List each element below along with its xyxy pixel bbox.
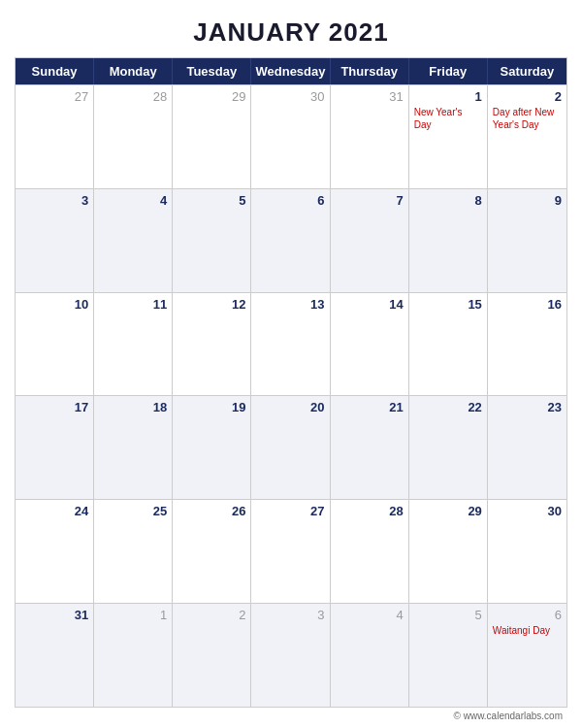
day-cell: 19 <box>173 396 251 499</box>
day-cell: 5 <box>173 189 251 292</box>
day-number: 25 <box>99 504 167 518</box>
day-cell: 27 <box>251 500 330 603</box>
day-cell: 17 <box>16 396 94 499</box>
day-number: 16 <box>493 297 562 312</box>
header-cell-sunday: Sunday <box>16 58 94 84</box>
day-cell: 23 <box>488 396 566 499</box>
day-cell: 8 <box>409 189 488 292</box>
calendar-grid: SundayMondayTuesdayWednesdayThursdayFrid… <box>15 57 567 708</box>
day-number: 7 <box>336 193 404 208</box>
day-number: 14 <box>336 297 404 312</box>
day-cell: 29 <box>409 500 488 603</box>
day-number: 21 <box>336 400 404 414</box>
week-row-2: 3456789 <box>16 188 566 292</box>
day-cell: 27 <box>16 85 94 188</box>
day-number: 5 <box>178 193 245 208</box>
day-cell: 9 <box>488 189 566 292</box>
day-number: 26 <box>178 504 245 518</box>
header-cell-tuesday: Tuesday <box>173 58 251 84</box>
day-number: 27 <box>20 89 88 104</box>
day-number: 4 <box>99 193 167 208</box>
day-number: 3 <box>20 193 88 208</box>
day-number: 20 <box>256 400 324 414</box>
day-cell: 2 <box>173 604 251 707</box>
day-number: 5 <box>414 608 482 622</box>
day-cell: 31 <box>331 85 409 188</box>
day-number: 29 <box>414 504 482 518</box>
day-cell: 28 <box>94 85 173 188</box>
week-row-1: 27282930311New Year's Day2Day after New … <box>16 84 566 188</box>
day-cell: 25 <box>94 500 173 603</box>
day-cell: 3 <box>251 604 330 707</box>
day-number: 11 <box>99 297 167 312</box>
day-number: 12 <box>178 297 245 312</box>
day-cell: 30 <box>488 500 566 603</box>
day-cell: 1 <box>94 604 173 707</box>
day-number: 29 <box>178 89 245 104</box>
calendar-title: JANUARY 2021 <box>15 10 567 57</box>
event-text: Day after New Year's Day <box>493 106 562 131</box>
day-number: 10 <box>20 297 88 312</box>
day-cell: 29 <box>173 85 251 188</box>
day-number: 18 <box>99 400 167 414</box>
event-text: Waitangi Day <box>493 624 562 637</box>
day-number: 22 <box>414 400 482 414</box>
week-row-4: 17181920212223 <box>16 395 566 499</box>
day-number: 27 <box>256 504 324 518</box>
day-number: 19 <box>178 400 245 414</box>
day-cell: 7 <box>331 189 409 292</box>
day-cell: 15 <box>409 293 488 396</box>
day-number: 13 <box>256 297 324 312</box>
day-number: 28 <box>99 89 167 104</box>
day-cell: 22 <box>409 396 488 499</box>
header-cell-friday: Friday <box>409 58 488 84</box>
day-number: 23 <box>493 400 562 414</box>
day-cell: 6 <box>251 189 330 292</box>
day-cell: 18 <box>94 396 173 499</box>
day-number: 2 <box>493 89 562 104</box>
day-cell: 30 <box>251 85 330 188</box>
day-cell: 14 <box>331 293 409 396</box>
event-text: New Year's Day <box>414 106 482 131</box>
day-cell: 16 <box>488 293 566 396</box>
header-row: SundayMondayTuesdayWednesdayThursdayFrid… <box>16 58 566 84</box>
day-number: 31 <box>20 608 88 622</box>
footer-text: © www.calendarlabs.com <box>15 708 567 723</box>
week-row-6: 31123456Waitangi Day <box>16 603 566 707</box>
day-number: 30 <box>256 89 324 104</box>
day-number: 28 <box>336 504 404 518</box>
day-number: 3 <box>256 608 324 622</box>
day-cell: 4 <box>94 189 173 292</box>
day-cell: 11 <box>94 293 173 396</box>
day-cell: 10 <box>16 293 94 396</box>
weeks-container: 27282930311New Year's Day2Day after New … <box>16 84 566 707</box>
day-number: 6 <box>493 608 562 622</box>
day-number: 30 <box>493 504 562 518</box>
day-number: 17 <box>20 400 88 414</box>
day-number: 9 <box>493 193 562 208</box>
day-cell: 1New Year's Day <box>409 85 488 188</box>
week-row-5: 24252627282930 <box>16 499 566 603</box>
week-row-3: 10111213141516 <box>16 292 566 396</box>
day-number: 4 <box>336 608 404 622</box>
calendar-container: JANUARY 2021 SundayMondayTuesdayWednesda… <box>0 0 582 728</box>
day-cell: 4 <box>331 604 409 707</box>
header-cell-wednesday: Wednesday <box>251 58 330 84</box>
day-number: 15 <box>414 297 482 312</box>
day-cell: 21 <box>331 396 409 499</box>
day-number: 2 <box>178 608 245 622</box>
day-cell: 24 <box>16 500 94 603</box>
day-cell: 20 <box>251 396 330 499</box>
day-number: 31 <box>336 89 404 104</box>
day-cell: 3 <box>16 189 94 292</box>
day-number: 1 <box>99 608 167 622</box>
day-cell: 26 <box>173 500 251 603</box>
day-cell: 5 <box>409 604 488 707</box>
day-cell: 6Waitangi Day <box>488 604 566 707</box>
day-cell: 31 <box>16 604 94 707</box>
header-cell-monday: Monday <box>94 58 173 84</box>
day-number: 6 <box>256 193 324 208</box>
day-cell: 2Day after New Year's Day <box>488 85 566 188</box>
day-number: 24 <box>20 504 88 518</box>
day-cell: 13 <box>251 293 330 396</box>
